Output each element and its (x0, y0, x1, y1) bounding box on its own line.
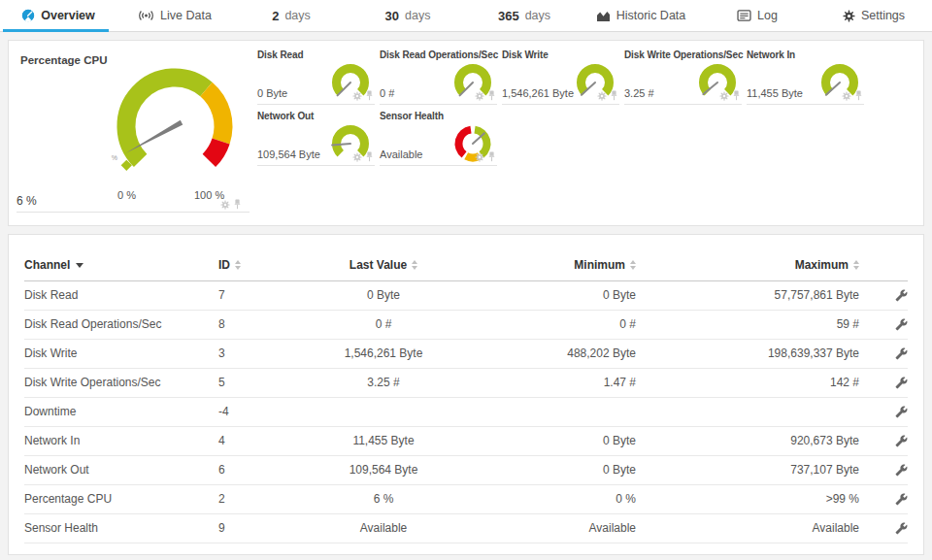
mini-gauge-disk-read-operations-sec: Disk Read Operations/Sec0 # (380, 49, 497, 105)
channel-last-value: 3.25 # (277, 369, 490, 398)
gauge-title: Network In (747, 49, 864, 60)
gauge-value: 3.25 # (624, 87, 654, 99)
gauge-pin-icon[interactable] (365, 151, 374, 162)
mini-gauges-grid: Disk Read0 ByteDisk Read Operations/Sec0… (257, 49, 915, 172)
gauge-value: 11,455 Byte (747, 87, 803, 99)
gauge-pin-icon[interactable] (487, 90, 496, 101)
tab-live-data[interactable]: Live Data (116, 0, 233, 31)
channel-name: Sensor Health (24, 514, 218, 544)
channel-settings-wrench-icon[interactable] (895, 318, 908, 331)
channel-name: Disk Read (24, 281, 218, 311)
gauge-settings-gear-icon[interactable] (220, 200, 230, 210)
column-label: Minimum (574, 258, 625, 272)
gauge-settings-gear-icon[interactable] (475, 91, 484, 101)
channel-settings-wrench-icon[interactable] (895, 347, 908, 360)
gauge-settings-gear-icon[interactable] (352, 152, 362, 162)
gauge-settings-gear-icon[interactable] (352, 91, 362, 101)
column-header-last-value[interactable]: Last Value (277, 252, 490, 281)
column-header-minimum[interactable]: Minimum (490, 252, 636, 281)
channel-settings-wrench-icon[interactable] (895, 493, 908, 506)
gauge-settings-gear-icon[interactable] (475, 152, 484, 162)
channel-minimum: 0 Byte (490, 281, 636, 311)
channel-maximum: 198,639,337 Byte (636, 340, 859, 369)
channel-settings-wrench-icon[interactable] (895, 406, 908, 418)
gauge-settings-gear-icon[interactable] (597, 91, 607, 101)
gauge-pin-icon[interactable] (365, 90, 374, 101)
mini-gauge-sensor-health: Sensor HealthAvailable (380, 111, 497, 166)
column-label: ID (218, 258, 230, 272)
cpu-gauge-title: Percentage CPU (20, 54, 107, 66)
gauge-pin-icon[interactable] (732, 90, 741, 101)
channel-id: 3 (218, 340, 277, 369)
channel-settings-wrench-icon[interactable] (895, 289, 908, 302)
gauge-settings-gear-icon[interactable] (719, 91, 729, 101)
gauge-title: Disk Write (502, 49, 619, 60)
mini-gauge-disk-read: Disk Read0 Byte (257, 49, 375, 105)
channel-maximum: 737,107 Byte (636, 456, 859, 485)
cpu-scale-min: 0 % (117, 189, 136, 201)
column-header-actions (859, 252, 908, 281)
gauge-footer-icons (352, 90, 374, 101)
channel-maximum: 920,673 Byte (636, 427, 859, 456)
gauge-settings-gear-icon[interactable] (842, 91, 851, 101)
column-header-maximum[interactable]: Maximum (636, 252, 859, 281)
historic-data-icon (596, 10, 611, 22)
mini-gauge-disk-write-operations-sec: Disk Write Operations/Sec3.25 # (624, 49, 742, 105)
tab-label: Overview (41, 9, 95, 22)
gauge-footer-icons (475, 151, 496, 162)
tab-label: Settings (861, 9, 905, 22)
gauge-pin-icon[interactable] (854, 90, 863, 101)
channel-settings-wrench-icon[interactable] (895, 522, 908, 535)
tab-overview[interactable]: Overview (0, 0, 116, 31)
channel-id: 6 (218, 456, 277, 485)
gauge-value: 0 Byte (257, 87, 287, 99)
tab-2-days[interactable]: 2days (233, 0, 350, 31)
channel-minimum: 0 % (490, 485, 636, 514)
mini-gauge-network-out: Network Out109,564 Byte (257, 111, 375, 166)
channel-id: 7 (218, 281, 277, 311)
channel-minimum: 0 Byte (490, 456, 636, 485)
tab-label: Live Data (160, 9, 212, 22)
gauge-title: Sensor Health (380, 111, 497, 121)
channel-id: 2 (218, 485, 277, 514)
channel-last-value: 0 Byte (277, 281, 490, 311)
tab-historic-data[interactable]: Historic Data (582, 0, 699, 31)
gauge-title: Disk Write Operations/Sec (624, 49, 742, 60)
channel-minimum: 0 # (490, 311, 636, 340)
sort-caret-icon (76, 263, 83, 268)
tab-30-days[interactable]: 30days (350, 0, 466, 31)
gauge-footer-icons (352, 151, 374, 162)
channel-last-value: 109,564 Byte (277, 456, 490, 485)
cpu-gauge[interactable]: % (102, 62, 248, 194)
gauge-title: Network Out (257, 111, 375, 121)
gauge-footer-icons (842, 90, 863, 101)
channel-name: Network In (24, 427, 218, 456)
channel-maximum: Available (636, 514, 859, 544)
sort-icon (412, 260, 417, 270)
channel-name: Percentage CPU (24, 485, 218, 514)
gauge-pin-icon[interactable] (610, 90, 618, 101)
channel-maximum (636, 398, 859, 427)
gauge-value: Available (380, 148, 422, 160)
column-header-channel[interactable]: Channel (24, 252, 218, 281)
tab-label: Log (757, 9, 778, 22)
gauge-pin-icon[interactable] (487, 151, 496, 162)
channel-id: 5 (218, 369, 277, 398)
tab-365-days[interactable]: 365days (466, 0, 582, 31)
tab-log[interactable]: Log (699, 0, 816, 31)
gauge-icon (21, 9, 35, 22)
tab-number: 365 (498, 9, 519, 23)
channel-settings-wrench-icon[interactable] (895, 377, 908, 389)
channel-last-value: 0 # (277, 311, 490, 340)
tab-number: 2 (272, 9, 279, 23)
cpu-gauge-block: Percentage CPU % 0 % 100 % 6 % (17, 49, 250, 215)
channel-name: Downtime (24, 398, 218, 427)
tab-label: days (525, 9, 550, 22)
column-header-id[interactable]: ID (218, 252, 277, 281)
svg-text:%: % (112, 154, 117, 161)
channel-settings-wrench-icon[interactable] (895, 435, 908, 447)
channel-maximum: 57,757,861 Byte (636, 281, 859, 311)
gauge-pin-icon[interactable] (233, 199, 242, 210)
channel-settings-wrench-icon[interactable] (895, 464, 908, 477)
tab-settings[interactable]: Settings (816, 0, 932, 31)
